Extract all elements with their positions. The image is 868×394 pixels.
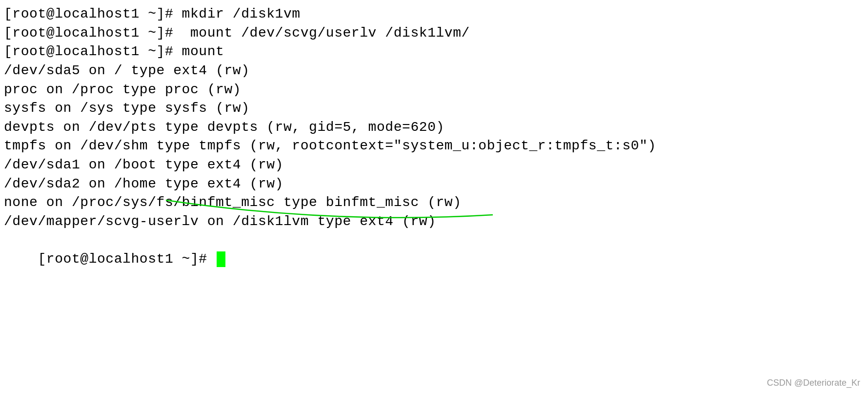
terminal-line-2: [root@localhost1 ~]# mount /dev/scvg/use… [4, 24, 864, 43]
terminal-line-9: /dev/sda1 on /boot type ext4 (rw) [4, 156, 864, 175]
terminal-line-12: /dev/mapper/scvg-userlv on /disk1lvm typ… [4, 212, 864, 231]
terminal-line-4: /dev/sda5 on / type ext4 (rw) [4, 62, 864, 81]
terminal-line-7: devpts on /dev/pts type devpts (rw, gid=… [4, 118, 864, 137]
terminal-output: [root@localhost1 ~]# mkdir /disk1vm [roo… [0, 0, 868, 292]
watermark: CSDN @Deteriorate_Kr [767, 378, 860, 388]
terminal-line-6: sysfs on /sys type sysfs (rw) [4, 99, 864, 118]
terminal-line-11: none on /proc/sys/fs/binfmt_misc type bi… [4, 193, 864, 212]
terminal-line-13: [root@localhost1 ~]# [4, 231, 864, 288]
terminal-line-1: [root@localhost1 ~]# mkdir /disk1vm [4, 5, 864, 24]
terminal-line-8: tmpfs on /dev/shm type tmpfs (rw, rootco… [4, 137, 864, 156]
terminal-cursor [217, 251, 225, 267]
terminal-line-3: [root@localhost1 ~]# mount [4, 42, 864, 62]
terminal-line-5: proc on /proc type proc (rw) [4, 81, 864, 100]
terminal-line-10: /dev/sda2 on /home type ext4 (rw) [4, 175, 864, 194]
